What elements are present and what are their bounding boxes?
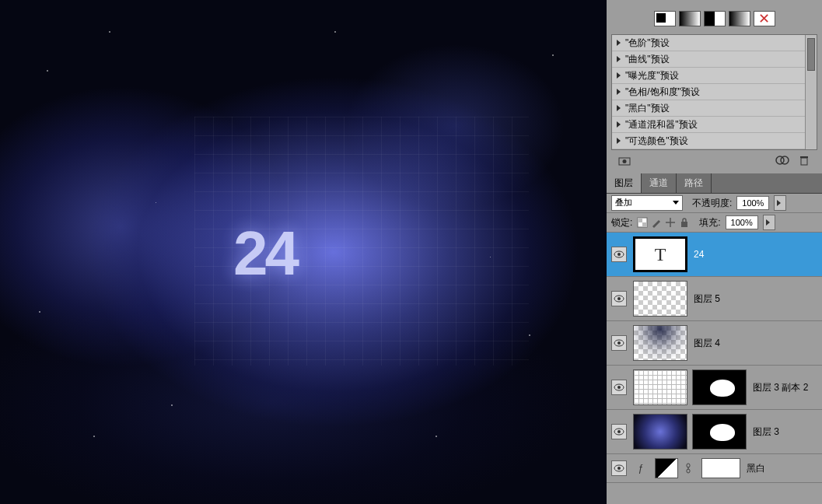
layer-name[interactable]: 24 bbox=[694, 249, 704, 260]
clip-to-layer-icon[interactable] bbox=[775, 154, 789, 166]
trash-icon[interactable] bbox=[797, 154, 811, 166]
layers-list[interactable]: T 24 图层 5 图层 4 图层 3 副本 2 bbox=[607, 233, 822, 504]
preset-label: "黑白"预设 bbox=[625, 102, 670, 115]
disclosure-triangle-icon bbox=[617, 56, 621, 62]
svg-point-13 bbox=[617, 297, 621, 300]
tab-channels[interactable]: 通道 bbox=[642, 173, 677, 193]
lock-icon-group bbox=[637, 217, 690, 228]
visibility-toggle[interactable] bbox=[611, 291, 627, 306]
disclosure-triangle-icon bbox=[617, 89, 621, 95]
layer-thumbnail[interactable] bbox=[633, 414, 687, 450]
layer-mask-thumbnail[interactable] bbox=[692, 414, 747, 450]
visibility-toggle[interactable] bbox=[611, 380, 627, 395]
preset-scrollbar[interactable] bbox=[805, 35, 817, 149]
layer-thumbnail[interactable] bbox=[633, 369, 687, 405]
opacity-value[interactable]: 100% bbox=[736, 196, 769, 210]
layer-name[interactable]: 图层 4 bbox=[694, 337, 720, 350]
lock-pixels-icon[interactable] bbox=[651, 217, 662, 228]
adjustment-thumbnail[interactable] bbox=[655, 458, 678, 478]
svg-point-21 bbox=[617, 467, 621, 470]
lock-fill-row: 锁定: 填充: 100% bbox=[607, 213, 822, 233]
visibility-toggle[interactable] bbox=[611, 247, 627, 262]
swatch-black-white[interactable] bbox=[654, 11, 676, 26]
layer-row[interactable]: 图层 3 副本 2 bbox=[607, 366, 822, 410]
panel-tabs: 图层 通道 路径 bbox=[607, 173, 822, 194]
layer-thumbnail[interactable] bbox=[633, 281, 687, 317]
app-root: 24 "色阶"预设 "曲线"预设 "曝光度"预设 "色相/饱和度"预设 "黑白"… bbox=[0, 0, 822, 504]
layer-name[interactable]: 图层 5 bbox=[694, 292, 720, 306]
svg-point-19 bbox=[617, 430, 621, 433]
disclosure-triangle-icon bbox=[617, 121, 621, 128]
opacity-label: 不透明度: bbox=[692, 197, 732, 210]
svg-rect-7 bbox=[638, 218, 642, 222]
layer-row[interactable]: 图层 4 bbox=[607, 321, 822, 366]
opacity-flyout-button[interactable] bbox=[774, 195, 786, 211]
fill-flyout-button[interactable] bbox=[763, 215, 775, 230]
layer-thumbnail[interactable] bbox=[633, 325, 687, 361]
visibility-toggle[interactable] bbox=[611, 424, 627, 439]
layer-mask-thumbnail[interactable] bbox=[701, 458, 740, 478]
lock-position-icon[interactable] bbox=[665, 217, 676, 228]
lock-label: 锁定: bbox=[611, 216, 632, 229]
preset-list-box: "色阶"预设 "曲线"预设 "曝光度"预设 "色相/饱和度"预设 "黑白"预设 … bbox=[611, 34, 817, 150]
adjustment-layer-icon[interactable] bbox=[617, 154, 631, 166]
disclosure-triangle-icon bbox=[617, 40, 621, 46]
layer-row[interactable]: 图层 3 bbox=[607, 410, 822, 454]
layer-name[interactable]: 图层 3 bbox=[753, 425, 779, 439]
svg-point-17 bbox=[617, 386, 621, 389]
preset-item[interactable]: "色阶"预设 bbox=[612, 35, 817, 51]
svg-rect-4 bbox=[801, 158, 807, 165]
layer-name[interactable]: 黑白 bbox=[747, 462, 765, 475]
preset-label: "色相/饱和度"预设 bbox=[625, 86, 700, 99]
canvas-text-24: 24 bbox=[233, 218, 296, 289]
swatch-gradient-2[interactable] bbox=[729, 11, 750, 26]
svg-point-3 bbox=[781, 156, 789, 164]
svg-rect-9 bbox=[681, 222, 687, 227]
swatch-none[interactable] bbox=[754, 11, 775, 26]
preset-item[interactable]: "黑白"预设 bbox=[612, 100, 817, 117]
disclosure-triangle-icon bbox=[617, 72, 621, 79]
svg-rect-8 bbox=[642, 222, 647, 227]
visibility-toggle[interactable] bbox=[611, 460, 627, 476]
tab-paths[interactable]: 路径 bbox=[677, 173, 712, 193]
preset-item[interactable]: "曲线"预设 bbox=[612, 51, 817, 68]
fill-label: 填充: bbox=[699, 216, 720, 229]
blend-opacity-row: 叠加 不透明度: 100% bbox=[607, 194, 822, 213]
lock-all-icon[interactable] bbox=[679, 217, 690, 228]
layer-thumbnail-text[interactable]: T bbox=[633, 236, 687, 272]
tab-layers[interactable]: 图层 bbox=[607, 173, 642, 193]
preset-label: "曲线"预设 bbox=[625, 53, 670, 66]
svg-rect-5 bbox=[800, 156, 808, 158]
swatch-gradient-1[interactable] bbox=[679, 11, 701, 26]
layer-row[interactable]: ƒ 黑白 bbox=[607, 454, 822, 483]
svg-point-11 bbox=[617, 253, 621, 256]
blend-mode-select[interactable]: 叠加 bbox=[611, 195, 683, 211]
adjustments-presets-panel: "色阶"预设 "曲线"预设 "曝光度"预设 "色相/饱和度"预设 "黑白"预设 … bbox=[607, 0, 822, 173]
swatch-row bbox=[611, 6, 817, 34]
preset-item[interactable]: "曝光度"预设 bbox=[612, 68, 817, 84]
layer-row[interactable]: T 24 bbox=[607, 233, 822, 277]
preset-label: "可选颜色"预设 bbox=[625, 135, 688, 148]
svg-point-1 bbox=[623, 159, 627, 163]
swatch-split[interactable] bbox=[704, 11, 726, 26]
document-canvas[interactable]: 24 bbox=[0, 0, 607, 504]
preset-label: "通道混和器"预设 bbox=[625, 118, 698, 131]
preset-item[interactable]: "通道混和器"预设 bbox=[612, 117, 817, 133]
visibility-toggle[interactable] bbox=[611, 335, 627, 351]
layer-row[interactable]: 图层 5 bbox=[607, 277, 822, 321]
right-panels: "色阶"预设 "曲线"预设 "曝光度"预设 "色相/饱和度"预设 "黑白"预设 … bbox=[607, 0, 822, 504]
link-icon[interactable] bbox=[684, 463, 695, 474]
preset-list[interactable]: "色阶"预设 "曲线"预设 "曝光度"预设 "色相/饱和度"预设 "黑白"预设 … bbox=[612, 35, 817, 149]
effects-icon[interactable]: ƒ bbox=[633, 463, 649, 474]
preset-item[interactable]: "色相/饱和度"预设 bbox=[612, 84, 817, 100]
disclosure-triangle-icon bbox=[617, 138, 621, 144]
lock-transparency-icon[interactable] bbox=[637, 217, 648, 228]
adjustment-actions-row bbox=[611, 150, 817, 170]
layer-name[interactable]: 图层 3 副本 2 bbox=[753, 381, 808, 394]
svg-point-15 bbox=[617, 341, 621, 345]
fill-value[interactable]: 100% bbox=[726, 215, 758, 229]
preset-item[interactable]: "可选颜色"预设 bbox=[612, 133, 817, 149]
scrollbar-thumb[interactable] bbox=[807, 38, 815, 71]
preset-label: "色阶"预设 bbox=[625, 37, 670, 50]
layer-mask-thumbnail[interactable] bbox=[692, 369, 747, 405]
